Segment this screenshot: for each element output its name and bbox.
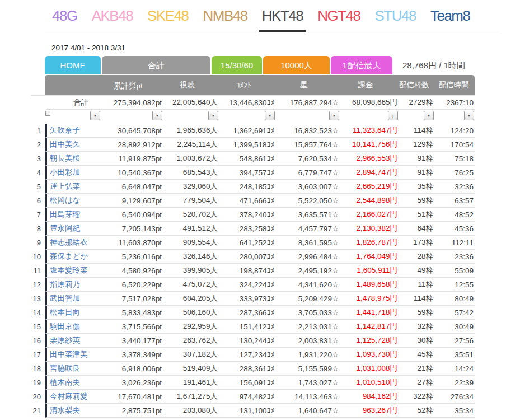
comments-cell: 131,100ｺﾒ <box>219 404 275 418</box>
total-tab-button[interactable]: 合計 <box>102 56 210 74</box>
tab-hkt48[interactable]: HKT48 <box>255 0 310 32</box>
rank-cell: 9 <box>31 236 45 250</box>
max-broadcast-button[interactable]: 1配信最大 <box>331 56 392 74</box>
rank-cell: 17 <box>31 348 45 362</box>
points-cell: 7,205,143pt <box>101 222 163 236</box>
viewers-cell: 191,461人 <box>163 376 219 390</box>
member-name-link[interactable]: 宮脇咲良 <box>45 362 101 376</box>
slots-cell: 51枠 <box>399 208 434 222</box>
tab-stu48[interactable]: STU48 <box>368 0 423 32</box>
tab-ngt48[interactable]: NGT48 <box>310 0 367 32</box>
range-tab-button[interactable]: 15/30/60 <box>212 56 262 74</box>
filter-button-stars[interactable]: ▼ <box>329 111 339 120</box>
member-name-link[interactable]: 武田智加 <box>45 292 101 306</box>
member-name-link[interactable]: 田中菜津美 <box>45 348 101 362</box>
ranking-page: 48GAKB48SKE48NMB48HKT48NGT48STU48Team8 2… <box>0 0 506 420</box>
comments-cell: 280,007ｺﾒ <box>219 250 275 264</box>
member-name-link[interactable]: 豊永阿紀 <box>45 222 101 236</box>
table-row: 17 田中菜津美 3,378,349pt 307,182人 127,234ｺﾒ … <box>31 348 475 362</box>
member-name-link[interactable]: 松本日向 <box>45 306 101 320</box>
yen-cell: 963,267円 <box>340 404 399 418</box>
rank-cell: 13 <box>31 292 45 306</box>
tab-akb48[interactable]: AKB48 <box>85 0 140 32</box>
header-comments: ｺﾒﾝﾄ <box>219 75 275 96</box>
tab-nmb48[interactable]: NMB48 <box>196 0 255 32</box>
time-cell: 48:52 <box>434 208 475 222</box>
slots-cell: 45枠 <box>399 348 434 362</box>
comments-cell: 287,366ｺﾒ <box>219 306 275 320</box>
rank-cell: 15 <box>31 320 45 334</box>
tab-ske48[interactable]: SKE48 <box>140 0 195 32</box>
member-name-link[interactable]: 森保まどか <box>45 250 101 264</box>
header-stars: 星 <box>275 75 340 96</box>
member-name-link[interactable]: 坂本愛玲菜 <box>45 264 101 278</box>
filter-button-viewers[interactable]: ▼ <box>208 111 218 120</box>
time-cell: 12:55 <box>434 278 475 292</box>
time-cell: 170:54 <box>434 138 475 152</box>
member-name-link[interactable]: 駒田京伽 <box>45 320 101 334</box>
tab-label: NGT48 <box>317 7 360 25</box>
comments-cell: 641,252ｺﾒ <box>219 236 275 250</box>
filter-button-comments[interactable]: ▼ <box>265 111 275 120</box>
yen-cell: 2,665,219円 <box>340 180 399 194</box>
tab-label: HKT48 <box>262 7 303 25</box>
rate-per-hour-label: 28,768円 / 1時間 <box>402 56 465 74</box>
table-row: 13 武田智加 7,517,028pt 604,205人 333,973ｺﾒ 5… <box>31 292 475 306</box>
filter-button-name[interactable]: ▼ <box>90 111 100 120</box>
points-cell: 3,026,236pt <box>101 376 163 390</box>
viewers-cell: 2,245,114人 <box>163 138 219 152</box>
rank-cell: 7 <box>31 208 45 222</box>
filter-dropdown-icon: ▼ <box>156 114 160 118</box>
stars-cell: 2,495,192☆ <box>275 264 340 278</box>
member-name-link[interactable]: 指原莉乃 <box>45 278 101 292</box>
points-cell: 6,540,094pt <box>101 208 163 222</box>
time-cell: 75:18 <box>434 152 475 166</box>
slots-cell: 129枠 <box>399 138 434 152</box>
table-row: 1 矢吹奈子 30,645,708pt 1,965,636人 1,362,691… <box>31 124 475 138</box>
points-cell: 3,440,177pt <box>101 334 163 348</box>
member-name-link[interactable]: 栗原紗英 <box>45 334 101 348</box>
member-name-link[interactable]: 田島芽瑠 <box>45 208 101 222</box>
filter-button-time[interactable]: ▼ <box>464 111 474 120</box>
table-row: 18 宮脇咲良 6,918,006pt 519,409人 288,361ｺﾒ 5… <box>31 362 475 376</box>
time-cell: 27:56 <box>434 334 475 348</box>
slots-cell: 30枠 <box>399 334 434 348</box>
home-button[interactable]: HOME <box>45 56 101 74</box>
total-yen-cell: 68,098,665円 <box>340 96 399 110</box>
stars-cell: 5,155,599☆ <box>275 362 340 376</box>
comments-cell: 130,244ｺﾒ <box>219 334 275 348</box>
member-name-link[interactable]: 矢吹奈子 <box>45 124 101 138</box>
rank-cell: 19 <box>31 376 45 390</box>
points-cell: 9,129,607pt <box>101 194 163 208</box>
stars-cell: 1,743,027☆ <box>275 376 340 390</box>
member-name-link[interactable]: 田中美久 <box>45 138 101 152</box>
tab-48g[interactable]: 48G <box>45 0 85 32</box>
member-name-link[interactable]: 運上弘菜 <box>45 180 101 194</box>
points-cell: 3,378,349pt <box>101 348 163 362</box>
total-stars-cell: 176,887,294☆ <box>275 96 340 110</box>
filter-dropdown-icon: ▼ <box>268 114 272 118</box>
table-row: 12 指原莉乃 6,520,229pt 475,072人 324,224ｺﾒ 4… <box>31 278 475 292</box>
corner-handle[interactable] <box>45 111 50 116</box>
points-cell: 4,580,926pt <box>101 264 163 278</box>
filter-button-points[interactable]: ▼ <box>152 111 162 120</box>
table-row: 15 駒田京伽 3,715,566pt 292,959人 151,412ｺﾒ 2… <box>31 320 475 334</box>
slots-cell: 27枠 <box>399 376 434 390</box>
stars-cell: 1,931,220☆ <box>275 348 340 362</box>
member-name-link[interactable]: 朝長美桜 <box>45 152 101 166</box>
sort-button-yen[interactable]: ↓ <box>388 111 398 120</box>
time-cell: 35:34 <box>434 404 475 418</box>
member-name-link[interactable]: 神志那結衣 <box>45 236 101 250</box>
member-name-link[interactable]: 松岡はな <box>45 194 101 208</box>
people-tab-button[interactable]: 10000人 <box>263 56 330 74</box>
viewers-cell: 1,003,672人 <box>163 152 219 166</box>
stars-cell: 3,705,033☆ <box>275 306 340 320</box>
member-name-link[interactable]: 植木南央 <box>45 376 101 390</box>
member-name-link[interactable]: 今村麻莉愛 <box>45 390 101 404</box>
member-name-link[interactable]: 小田彩加 <box>45 166 101 180</box>
tab-team8[interactable]: Team8 <box>423 0 477 32</box>
tab-label: AKB48 <box>92 7 133 25</box>
filter-button-slots[interactable]: ▼ <box>424 111 434 120</box>
member-name-link[interactable]: 清水梨央 <box>45 404 101 418</box>
viewers-cell: 1,965,636人 <box>163 124 219 138</box>
